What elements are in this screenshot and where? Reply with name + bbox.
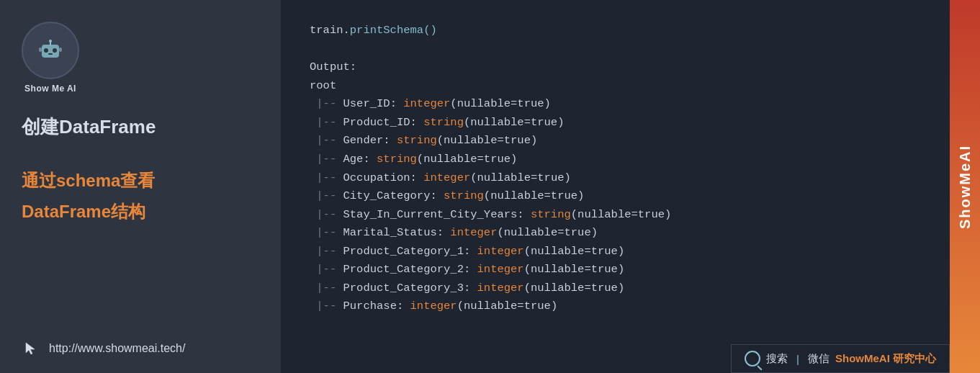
svg-point-5	[49, 40, 52, 42]
code-line: |-- Product_Category_2: integer(nullable…	[310, 261, 944, 279]
cursor-icon	[22, 338, 42, 359]
code-line: |-- Product_ID: string(nullable=true)	[310, 114, 944, 132]
code-line: |-- Purchase: integer(nullable=true)	[310, 297, 944, 316]
code-line: Output:	[310, 58, 944, 77]
logo-label: Show Me AI	[24, 84, 76, 94]
bottom-badge: 搜索 | 微信 ShowMeAI 研究中心	[731, 344, 950, 373]
code-line: |-- Stay_In_Current_City_Years: string(n…	[310, 206, 944, 225]
arrow-icon	[23, 340, 40, 357]
sidebar-url[interactable]: http://www.showmeai.tech/	[49, 342, 185, 355]
code-line: root	[310, 77, 944, 96]
code-line: |-- Marital_Status: integer(nullable=tru…	[310, 224, 944, 243]
svg-rect-3	[48, 53, 53, 55]
code-line: |-- User_ID: integer(nullable=true)	[310, 95, 944, 114]
code-line	[310, 40, 944, 59]
code-line: |-- Gender: string(nullable=true)	[310, 132, 944, 150]
svg-rect-6	[39, 48, 42, 52]
badge-brand: ShowMeAI 研究中心	[835, 352, 936, 366]
watermark: ShowMeAI	[950, 0, 980, 373]
code-area: train.printSchema() Output:root |-- User…	[281, 0, 980, 373]
sidebar: Show Me AI 创建DataFrame 通过schema查看 DataFr…	[0, 0, 281, 373]
code-line: |-- Product_Category_1: integer(nullable…	[310, 243, 944, 261]
code-line: train.printSchema()	[310, 22, 944, 40]
code-block: train.printSchema() Output:root |-- User…	[310, 22, 944, 316]
search-icon	[745, 351, 760, 367]
code-line: |-- Age: string(nullable=true)	[310, 150, 944, 169]
sidebar-url-area: http://www.showmeai.tech/	[22, 338, 185, 359]
badge-separator: |	[796, 353, 799, 365]
code-line: |-- Product_Category_3: integer(nullable…	[310, 279, 944, 298]
badge-wechat-label: 微信	[808, 352, 830, 366]
logo-icon	[36, 36, 65, 65]
sidebar-highlight-line2: DataFrame结构	[22, 199, 145, 224]
badge-search-text: 搜索	[766, 352, 788, 366]
svg-point-1	[44, 48, 48, 53]
svg-point-2	[53, 48, 57, 53]
svg-rect-7	[59, 48, 62, 52]
sidebar-highlight-line1: 通过schema查看	[22, 168, 155, 193]
code-line: |-- City_Category: string(nullable=true)	[310, 187, 944, 206]
code-line: |-- Occupation: integer(nullable=true)	[310, 169, 944, 188]
logo-circle	[22, 22, 79, 79]
logo-area: Show Me AI	[22, 22, 79, 94]
sidebar-title: 创建DataFrame	[22, 115, 156, 140]
